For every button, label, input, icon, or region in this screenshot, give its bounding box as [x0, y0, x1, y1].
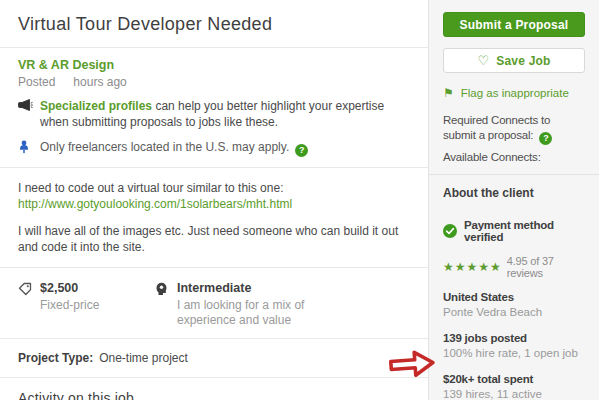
description-line: I need to code out a virtual tour simila… [18, 180, 410, 196]
us-only-notice: Only freelancers located in the U.S. may… [18, 139, 410, 157]
posted-time: Postedhours ago [18, 75, 410, 89]
activity-section: Activity on this job Proposals:?Less tha… [0, 378, 428, 400]
available-connects: Available Connects: [443, 151, 585, 163]
question-help-icon[interactable]: ? [295, 144, 308, 157]
megaphone-icon [18, 98, 40, 130]
about-client-heading: About the client [443, 186, 585, 200]
description-paragraph: I will have all of the images etc. Just … [18, 223, 410, 255]
budget-type: Fixed-price [40, 298, 99, 313]
payment-verified-label: Payment method verified [464, 219, 585, 243]
budget-amount: $2,500 [40, 280, 99, 296]
sidebar-divider [429, 174, 599, 175]
budget-feature: $2,500 Fixed-price [18, 280, 155, 328]
total-spent: $20k+ total spent [443, 372, 585, 387]
hire-rate: 100% hire rate, 1 open job [443, 346, 585, 361]
price-tag-icon [18, 280, 40, 328]
specialized-profiles-text: Specialized profiles can help you better… [40, 98, 410, 130]
flag-icon: ⚑ [443, 86, 454, 100]
jobs-posted: 139 jobs posted [443, 331, 585, 346]
page-title: Virtual Tour Developer Needed [18, 13, 410, 35]
client-spend-stat: $20k+ total spent 139 hires, 11 active [443, 372, 585, 400]
experience-level-icon [155, 280, 177, 328]
specialized-profiles-notice: Specialized profiles can help you better… [18, 98, 410, 130]
payment-verified-row: Payment method verified [443, 219, 585, 243]
star-rating-icons: ★★★★★ [443, 260, 502, 274]
job-category-link[interactable]: VR & AR Design [18, 58, 410, 72]
activity-heading: Activity on this job [18, 390, 410, 400]
specialized-profiles-link[interactable]: Specialized profiles [40, 99, 152, 113]
experience-level: Intermediate [177, 280, 327, 296]
job-details-page: Virtual Tour Developer Needed VR & AR De… [0, 0, 600, 400]
us-only-text: Only freelancers located in the U.S. may… [40, 139, 308, 157]
client-country: United States [443, 290, 585, 305]
flag-label: Flag as inappropriate [461, 87, 569, 99]
submit-proposal-button[interactable]: Submit a Proposal [443, 12, 585, 37]
job-description-section: I need to code out a virtual tour simila… [0, 168, 428, 268]
job-meta-section: VR & AR Design Postedhours ago Specializ… [0, 48, 428, 168]
job-terms-section: $2,500 Fixed-price Intermediate I am loo… [0, 268, 428, 339]
project-type-value: One-time project [99, 351, 188, 365]
check-circle-icon [443, 224, 457, 238]
job-sidebar: Submit a Proposal ♡ Save Job ⚑ Flag as i… [429, 0, 599, 400]
project-type-section: Project Type:One-time project [0, 339, 428, 378]
flag-as-inappropriate-link[interactable]: ⚑ Flag as inappropriate [443, 86, 585, 100]
description-url-link[interactable]: http://www.gotyoulooking.com/1solarbears… [18, 196, 410, 212]
connects-help-icon[interactable]: ? [539, 132, 552, 145]
save-job-button[interactable]: ♡ Save Job [443, 48, 585, 73]
experience-note: I am looking for a mix of experience and… [177, 298, 327, 328]
location-pin-icon [18, 139, 40, 157]
experience-feature: Intermediate I am looking for a mix of e… [155, 280, 327, 328]
rating-text: 4.95 of 37 reviews [507, 255, 585, 279]
required-connects: Required Connects to submit a proposal:? [443, 113, 585, 145]
client-rating: ★★★★★ 4.95 of 37 reviews [443, 255, 585, 279]
client-location: United States Ponte Vedra Beach [443, 290, 585, 320]
client-city: Ponte Vedra Beach [443, 305, 585, 320]
red-annotation-arrow-icon [387, 347, 437, 380]
save-job-label: Save Job [496, 54, 550, 68]
job-title-section: Virtual Tour Developer Needed [0, 0, 428, 48]
heart-icon: ♡ [477, 53, 489, 68]
client-jobs-stat: 139 jobs posted 100% hire rate, 1 open j… [443, 331, 585, 361]
job-main-column: Virtual Tour Developer Needed VR & AR De… [0, 0, 429, 400]
project-type-label: Project Type: [18, 351, 93, 365]
hires-count: 139 hires, 11 active [443, 387, 585, 400]
